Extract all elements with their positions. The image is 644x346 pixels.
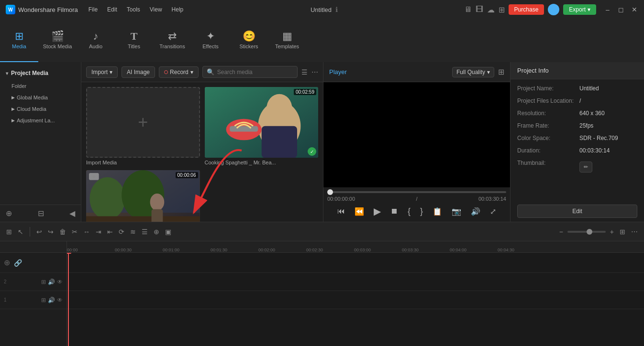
toolbar-item-effects[interactable]: ✦ Effects xyxy=(191,19,230,62)
tl-more-icon[interactable]: ⋯ xyxy=(630,227,639,237)
track-2-volume-icon[interactable]: 🔊 xyxy=(48,279,55,285)
timeline-track-2[interactable] xyxy=(67,273,644,291)
export-chevron: ▾ xyxy=(588,6,590,13)
stop-button[interactable]: ⏹ xyxy=(389,206,399,216)
sidebar-item-adjustment[interactable]: ▶ Adjustment La... xyxy=(0,115,81,126)
maximize-button[interactable]: ◻ xyxy=(617,6,625,13)
delete-folder-icon[interactable]: ⊟ xyxy=(38,209,44,218)
thumbnail-edit-button[interactable]: ✏ xyxy=(579,162,592,173)
tl-delete-icon[interactable]: 🗑 xyxy=(58,227,67,237)
toolbar-item-transitions[interactable]: ⇄ Transitions xyxy=(153,19,191,62)
menu-help[interactable]: Help xyxy=(171,4,185,15)
timeline-toolbar: ⊞ ↖ ↩ ↪ 🗑 ✂ ↔ ⇥ ⇤ ⟳ ≋ ☰ ⊕ ▣ − + ⊞ ⋯ xyxy=(0,222,644,241)
sidebar-item-folder[interactable]: Folder xyxy=(0,80,81,92)
ai-image-button[interactable]: AI Image xyxy=(122,66,155,78)
play-button[interactable]: ▶ xyxy=(373,205,382,218)
tl-ai-icon[interactable]: ⊕ xyxy=(152,227,161,237)
more-icon[interactable]: ⋯ xyxy=(311,68,318,76)
record-button[interactable]: Record ▾ xyxy=(159,66,199,78)
search-bar[interactable]: 🔍 xyxy=(202,66,298,78)
snapshot-button[interactable]: 📷 xyxy=(451,206,462,217)
menu-tools[interactable]: Tools xyxy=(126,4,141,15)
collapse-icon[interactable]: ◀ xyxy=(69,209,75,218)
magnetic-icon[interactable]: 🔗 xyxy=(14,259,22,267)
tl-crop-icon[interactable]: ↔ xyxy=(82,227,91,237)
track-2-visibility-icon[interactable]: 👁 xyxy=(57,279,63,285)
toolbar-item-stickers[interactable]: 😊 Stickers xyxy=(230,19,268,62)
tl-speed-icon[interactable]: ⇥ xyxy=(94,227,103,237)
volume-button[interactable]: 🔊 xyxy=(470,206,481,217)
svg-point-16 xyxy=(92,175,95,178)
toolbar-item-templates[interactable]: ▦ Templates xyxy=(268,19,306,62)
timeline-track-1[interactable] xyxy=(67,291,644,309)
add-track-zone[interactable] xyxy=(67,253,644,273)
close-button[interactable]: ✕ xyxy=(631,6,638,13)
add-folder-icon[interactable]: ⊕ xyxy=(6,209,12,218)
toolbar-item-titles[interactable]: T Titles xyxy=(115,19,153,62)
zoom-out-button[interactable]: − xyxy=(558,227,565,237)
mark-in-button[interactable]: { xyxy=(407,205,411,217)
list-item[interactable]: 00:00:06 res_motion-tracking-video1 xyxy=(86,170,200,222)
track-1-volume-icon[interactable]: 🔊 xyxy=(48,297,55,303)
menu-edit[interactable]: Edit xyxy=(106,4,118,15)
progress-bar[interactable] xyxy=(327,191,506,193)
track-2-settings-icon[interactable]: ⊞ xyxy=(41,279,46,285)
track-1-visibility-icon[interactable]: 👁 xyxy=(57,297,63,303)
tl-redo-icon[interactable]: ↪ xyxy=(46,227,55,237)
purchase-button[interactable]: Purchase xyxy=(509,4,544,15)
cooking-thumb[interactable]: 00:02:59 ✓ xyxy=(205,87,319,158)
edit-button[interactable]: Edit xyxy=(517,205,637,218)
track-header-1: 1 ⊞ 🔊 👁 xyxy=(0,291,67,309)
menu-file[interactable]: File xyxy=(88,4,99,15)
arrow-icon-cm: ▶ xyxy=(11,107,15,111)
tl-motion-icon[interactable]: ☰ xyxy=(140,227,149,237)
tl-add-track-icon[interactable]: ⊞ xyxy=(5,227,13,237)
fullscreen-button[interactable]: ⤢ xyxy=(489,206,497,217)
quality-selector[interactable]: Full Quality ▾ xyxy=(452,67,494,77)
filter-icon[interactable]: ☰ xyxy=(301,68,308,76)
clip-board-button[interactable]: 📋 xyxy=(432,206,443,217)
list-item[interactable]: 00:02:59 ✓ Cooking Spaghetti _ Mr. Bea..… xyxy=(205,87,319,165)
tl-audio-icon[interactable]: ⇤ xyxy=(106,227,114,237)
tl-subtitle-icon[interactable]: ≋ xyxy=(129,227,137,237)
toolbar-item-stock-media[interactable]: 🎬 Stock Media xyxy=(38,19,77,62)
timeline-main: 00:00 00:00:30 00:01:00 00:01:30 00:02:0… xyxy=(67,241,644,346)
tl-snapshot-icon[interactable]: ▣ xyxy=(164,227,173,237)
tl-undo-icon[interactable]: ↩ xyxy=(35,227,44,237)
titles-label: Titles xyxy=(128,43,140,49)
progress-thumb[interactable] xyxy=(327,189,333,195)
toolbar-item-media[interactable]: ⊞ Media xyxy=(0,19,38,62)
tl-grid-icon[interactable]: ⊞ xyxy=(618,227,627,237)
motion-thumb[interactable]: 00:00:06 xyxy=(86,170,200,222)
project-info-header[interactable]: Project Info xyxy=(511,62,644,79)
list-item[interactable]: + Import Media xyxy=(86,87,200,165)
export-button[interactable]: Export ▾ xyxy=(563,4,596,15)
tl-select-icon[interactable]: ↖ xyxy=(16,227,25,237)
zoom-thumb[interactable] xyxy=(587,229,592,235)
window-controls: – ◻ ✕ xyxy=(604,6,638,13)
toolbar-item-audio[interactable]: ♪ Audio xyxy=(77,19,115,62)
sidebar-item-cloud-media[interactable]: ▶ Cloud Media xyxy=(0,103,81,115)
menu-bar: File Edit Tools View Help xyxy=(88,4,185,15)
search-input[interactable] xyxy=(217,69,293,76)
player-tab[interactable]: Player xyxy=(329,68,347,76)
player-progress xyxy=(327,191,506,193)
import-button[interactable]: Import ▾ xyxy=(86,66,118,78)
step-back-button[interactable]: ⏪ xyxy=(354,206,365,217)
cooking-label: Cooking Spaghetti _ Mr. Bea... xyxy=(205,160,319,165)
tl-color-icon[interactable]: ⟳ xyxy=(117,227,126,237)
tl-cut-icon[interactable]: ✂ xyxy=(70,227,79,237)
menu-view[interactable]: View xyxy=(149,4,163,15)
track-1-settings-icon[interactable]: ⊞ xyxy=(41,297,46,303)
skip-back-button[interactable]: ⏮ xyxy=(336,206,346,216)
mark-out-button[interactable]: } xyxy=(419,205,424,217)
zoom-bar[interactable] xyxy=(567,231,606,233)
sidebar-header-project-media[interactable]: ▾ Project Media xyxy=(0,66,81,80)
minimize-button[interactable]: – xyxy=(604,6,611,13)
playhead[interactable] xyxy=(68,253,69,346)
add-track-icon[interactable]: ⊕ xyxy=(4,258,10,267)
sidebar-item-global-media[interactable]: ▶ Global Media xyxy=(0,92,81,103)
import-thumb[interactable]: + xyxy=(86,87,200,158)
player-layout-icon[interactable]: ⊞ xyxy=(498,67,504,76)
zoom-in-button[interactable]: + xyxy=(609,227,615,237)
